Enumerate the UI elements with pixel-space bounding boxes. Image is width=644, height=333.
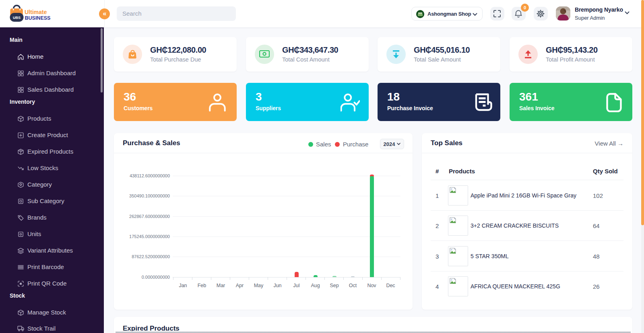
svg-text:Ultimate: Ultimate bbox=[25, 9, 47, 15]
svg-text:UBS: UBS bbox=[13, 16, 21, 20]
svg-text:BUSINESS: BUSINESS bbox=[25, 15, 51, 21]
